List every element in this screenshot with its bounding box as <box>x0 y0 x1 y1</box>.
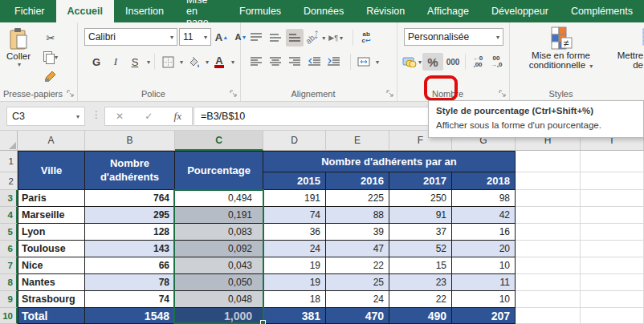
name-box-dropdown-arrow[interactable]: ▾ <box>76 113 79 120</box>
cell-y2015-lyon[interactable]: 36 <box>263 224 326 241</box>
tab-formules[interactable]: Formules <box>228 0 292 22</box>
cell-year-2017[interactable]: 2017 <box>389 172 452 190</box>
column-header-a[interactable]: A <box>18 131 85 151</box>
cell-empty-h[interactable] <box>516 190 581 207</box>
row-header-8[interactable]: 8 <box>0 274 18 291</box>
cell-y2017-nantes[interactable]: 23 <box>389 274 452 291</box>
decrease-decimal-button[interactable]: 00→,0 <box>487 53 505 71</box>
cell-a1-ville[interactable]: Ville <box>18 151 85 190</box>
tab-compléments[interactable]: Compléments <box>560 0 644 22</box>
cut-button[interactable]: ✂ <box>42 29 59 47</box>
column-header-d[interactable]: D <box>263 131 326 151</box>
cell-empty-i[interactable] <box>581 257 644 274</box>
paste-dropdown-arrow[interactable]: ▾ <box>18 61 21 68</box>
cancel-entry-icon[interactable]: ✕ <box>116 111 124 122</box>
cell-empty-i[interactable] <box>581 172 644 190</box>
cell-city-nice[interactable]: Nice <box>18 257 85 274</box>
copy-button[interactable]: ▾ <box>42 48 59 66</box>
cell-year-2016[interactable]: 2016 <box>326 172 389 190</box>
cell-y2016-toulouse[interactable]: 47 <box>326 241 389 257</box>
number-format-select[interactable]: Personnalisée▾ <box>404 28 503 46</box>
row-header-10[interactable]: 10 <box>0 308 18 324</box>
cell-pct-nice[interactable]: 0,043 <box>175 257 263 274</box>
number-dialog-launcher-icon[interactable] <box>499 90 507 98</box>
cell-y2016-marseille[interactable]: 88 <box>326 207 389 224</box>
underline-dropdown-arrow[interactable]: ▾ <box>147 59 150 66</box>
tab-affichage[interactable]: Affichage <box>416 0 480 22</box>
cell-y2018-lyon[interactable]: 16 <box>452 224 516 241</box>
comma-style-button[interactable]: 000 <box>444 53 462 71</box>
cell-c1-pourcentage[interactable]: Pourcentage <box>175 151 263 190</box>
italic-button[interactable]: I <box>107 53 124 71</box>
row-header-7[interactable]: 7 <box>0 257 18 274</box>
select-all-corner[interactable] <box>0 131 18 151</box>
cell-pct-nantes[interactable]: 0,050 <box>175 274 263 291</box>
font-dialog-launcher-icon[interactable] <box>230 90 238 98</box>
alignment-dialog-launcher-icon[interactable] <box>386 90 394 98</box>
align-center-button[interactable] <box>267 53 284 71</box>
row-header-1[interactable]: 1 <box>0 151 18 172</box>
tab-accueil[interactable]: Accueil <box>56 0 114 22</box>
text-direction-button[interactable]: ▶¶▾ <box>327 29 344 47</box>
cell-city-nantes[interactable]: Nantes <box>18 274 85 291</box>
tab-insertion[interactable]: Insertion <box>114 0 175 22</box>
underline-button[interactable]: S <box>126 53 144 71</box>
cell-y2017-paris[interactable]: 250 <box>389 190 452 207</box>
cell-y2018-toulouse[interactable]: 20 <box>452 241 516 257</box>
cell-total-lyon[interactable]: 128 <box>85 224 175 241</box>
cell-empty-h[interactable] <box>516 274 581 291</box>
cell-y2015-strasbourg[interactable]: 18 <box>263 291 326 308</box>
increase-decimal-button[interactable]: ←0,00 <box>469 53 487 71</box>
cell-total-sum[interactable]: 1548 <box>85 308 175 324</box>
cell-empty-i[interactable] <box>581 224 644 241</box>
cell-pct-lyon[interactable]: 0,083 <box>175 224 263 241</box>
percent-style-button[interactable]: % <box>422 53 443 71</box>
format-as-table-button[interactable]: Mettre sous forme de tableau <box>610 26 644 70</box>
cell-total-label[interactable]: Total <box>18 308 85 324</box>
cell-empty-i[interactable] <box>581 274 644 291</box>
cell-total-paris[interactable]: 764 <box>85 190 175 207</box>
confirm-entry-icon[interactable]: ✓ <box>145 111 153 122</box>
cell-total-y2016[interactable]: 470 <box>326 308 389 324</box>
cell-y2016-nantes[interactable]: 25 <box>326 274 389 291</box>
cell-city-strasbourg[interactable]: Strasbourg <box>18 291 85 308</box>
tab-révision[interactable]: Révision <box>355 0 416 22</box>
row-header-4[interactable]: 4 <box>0 207 18 224</box>
cell-y2018-nice[interactable]: 10 <box>452 257 516 274</box>
align-top-button[interactable] <box>247 29 265 47</box>
cell-total-y2017[interactable]: 490 <box>389 308 452 324</box>
font-color-button[interactable]: A <box>210 53 228 71</box>
cell-city-marseille[interactable]: Marseille <box>18 207 85 224</box>
row-header-2[interactable]: 2 <box>0 172 18 190</box>
cell-empty-i[interactable] <box>581 291 644 308</box>
cell-pct-marseille[interactable]: 0,191 <box>175 207 263 224</box>
cell-total-y2018[interactable]: 207 <box>452 308 516 324</box>
paste-button[interactable]: Coller ▾ <box>6 27 31 68</box>
bold-button[interactable]: G <box>88 53 105 71</box>
column-header-b[interactable]: B <box>85 131 175 151</box>
fill-color-button[interactable] <box>185 53 202 71</box>
cell-city-paris[interactable]: Paris <box>18 190 85 207</box>
merge-center-button[interactable] <box>355 53 373 71</box>
row-header-6[interactable]: 6 <box>0 241 18 257</box>
cell-b1-nombre-adherents[interactable]: Nombred'adhérents <box>85 151 175 190</box>
tab-fichier[interactable]: Fichier <box>3 0 56 22</box>
align-right-button[interactable] <box>286 53 304 71</box>
name-box[interactable]: C3 ▾ <box>6 107 85 126</box>
cell-empty-i[interactable] <box>581 207 644 224</box>
insert-function-icon[interactable]: fx <box>174 110 181 123</box>
cell-empty-h[interactable] <box>516 241 581 257</box>
cell-y2015-nice[interactable]: 19 <box>263 257 326 274</box>
tab-données[interactable]: Données <box>292 0 355 22</box>
cell-y2015-marseille[interactable]: 74 <box>263 207 326 224</box>
orientation-button[interactable]: ab⤢▾ <box>305 29 325 47</box>
cell-y2018-paris[interactable]: 98 <box>452 190 516 207</box>
cell-city-toulouse[interactable]: Toulouse <box>18 241 85 257</box>
cell-empty-h[interactable] <box>516 308 581 324</box>
name-box-resizer[interactable]: ⋮ <box>92 109 101 120</box>
cell-total-nice[interactable]: 66 <box>85 257 175 274</box>
cell-empty-h[interactable] <box>516 207 581 224</box>
cell-pct-strasbourg[interactable]: 0,048 <box>175 291 263 308</box>
tab-mise-en-page[interactable]: Mise en page <box>175 0 228 22</box>
cell-y2015-nantes[interactable]: 19 <box>263 274 326 291</box>
